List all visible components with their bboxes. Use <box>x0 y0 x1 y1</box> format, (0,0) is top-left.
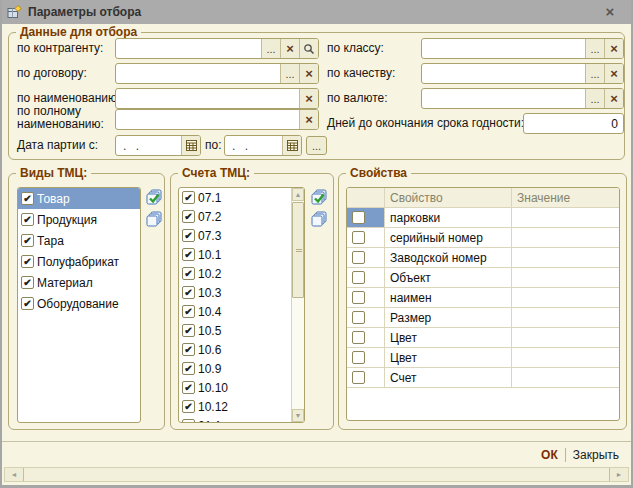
contractor-input[interactable] <box>116 39 261 58</box>
scroll-down-icon[interactable]: ▼ <box>292 409 304 422</box>
property-cell[interactable]: Размер <box>385 308 512 327</box>
calendar-button[interactable] <box>181 136 200 155</box>
check-all-button[interactable] <box>145 188 163 206</box>
full-name-input[interactable] <box>116 110 299 129</box>
close-button[interactable]: Закрыть <box>566 448 626 462</box>
checkbox[interactable] <box>352 371 365 384</box>
date-range-more-button[interactable]: ... <box>306 136 327 155</box>
clear-button[interactable]: × <box>299 89 318 108</box>
ok-button[interactable]: ОК <box>534 448 565 462</box>
properties-table[interactable]: Свойство Значение парковки серийный номе… <box>346 187 620 421</box>
checkbox-cell[interactable] <box>347 248 385 267</box>
value-cell[interactable] <box>512 368 619 387</box>
uncheck-all-button[interactable] <box>145 210 163 228</box>
value-cell[interactable] <box>512 268 619 287</box>
checkbox[interactable]: ✔ <box>182 362 195 375</box>
checkbox[interactable]: ✔ <box>21 276 34 289</box>
checkbox-cell[interactable] <box>347 268 385 287</box>
scroll-right-icon[interactable]: ► <box>609 468 628 481</box>
batch-date-to-field[interactable]: . . <box>224 135 302 156</box>
table-row[interactable]: Цвет <box>347 328 619 348</box>
checkbox[interactable]: ✔ <box>182 210 195 223</box>
clear-button[interactable]: × <box>299 110 318 129</box>
checkbox[interactable] <box>352 331 365 344</box>
quality-field[interactable]: ... × <box>421 63 624 84</box>
list-item[interactable]: ✔Тара <box>18 230 140 251</box>
property-cell[interactable]: Счет <box>385 368 512 387</box>
checkbox[interactable]: ✔ <box>182 191 195 204</box>
scroll-up-icon[interactable]: ▲ <box>292 188 304 201</box>
ellipsis-button[interactable]: ... <box>280 64 299 83</box>
list-item[interactable]: ✔10.3 <box>179 283 291 302</box>
class-input[interactable] <box>422 39 585 58</box>
clear-button[interactable]: × <box>604 39 623 58</box>
tmc-accounts-list[interactable]: ✔07.1 ✔07.2 ✔07.3 ✔10.1 ✔10.2 ✔10.3 ✔10.… <box>178 187 305 423</box>
batch-date-to-input[interactable]: . . <box>225 136 282 155</box>
checkbox[interactable]: ✔ <box>21 234 34 247</box>
checkbox-cell[interactable] <box>347 308 385 327</box>
property-cell[interactable]: Объект <box>385 268 512 287</box>
ellipsis-button[interactable]: ... <box>261 39 280 58</box>
table-row[interactable]: Размер <box>347 308 619 328</box>
checkbox[interactable]: ✔ <box>182 343 195 356</box>
currency-input[interactable] <box>422 89 585 108</box>
checkbox[interactable]: ✔ <box>21 192 34 205</box>
list-item[interactable]: ✔10.5 <box>179 321 291 340</box>
list-item[interactable]: ✔10.4 <box>179 302 291 321</box>
checkbox[interactable]: ✔ <box>182 267 195 280</box>
list-item[interactable]: ✔Материал <box>18 272 140 293</box>
checkbox-cell[interactable] <box>347 328 385 347</box>
batch-date-from-input[interactable]: . . <box>116 136 181 155</box>
property-cell[interactable]: Цвет <box>385 348 512 367</box>
tmc-kinds-list[interactable]: ✔Товар ✔Продукция ✔Тара ✔Полуфабрикат ✔М… <box>17 187 141 423</box>
ellipsis-button[interactable]: ... <box>585 39 604 58</box>
table-row[interactable]: наимен <box>347 288 619 308</box>
name-field[interactable]: × <box>115 88 319 109</box>
list-item[interactable]: ✔Полуфабрикат <box>18 251 140 272</box>
list-item[interactable]: ✔07.2 <box>179 207 291 226</box>
checkbox-cell[interactable] <box>347 348 385 367</box>
value-cell[interactable] <box>512 288 619 307</box>
class-field[interactable]: ... × <box>421 38 624 59</box>
checkbox[interactable]: ✔ <box>182 248 195 261</box>
checkbox[interactable]: ✔ <box>21 213 34 226</box>
contract-field[interactable]: ... × <box>115 63 319 84</box>
checkbox[interactable]: ✔ <box>21 297 34 310</box>
check-all-button[interactable] <box>310 188 328 206</box>
list-item[interactable]: ✔10.1 <box>179 245 291 264</box>
checkbox[interactable] <box>352 271 365 284</box>
list-item[interactable]: ✔21.1 <box>179 416 291 422</box>
name-input[interactable] <box>116 89 299 108</box>
checkbox-cell[interactable] <box>347 228 385 247</box>
table-row[interactable]: Цвет <box>347 348 619 368</box>
property-cell[interactable]: Заводской номер <box>385 248 512 267</box>
list-item[interactable]: ✔Товар <box>18 188 140 209</box>
checkbox[interactable] <box>352 311 365 324</box>
vertical-scrollbar[interactable]: ▲ ▼ <box>291 188 304 422</box>
contractor-field[interactable]: ... × <box>115 38 319 59</box>
expiry-days-input[interactable]: 0 <box>524 114 623 133</box>
list-item[interactable]: ✔10.6 <box>179 340 291 359</box>
scroll-left-icon[interactable]: ◄ <box>5 468 24 481</box>
checkbox[interactable] <box>352 251 365 264</box>
clear-button[interactable]: × <box>299 64 318 83</box>
checkbox-cell[interactable] <box>347 368 385 387</box>
checkbox[interactable] <box>352 231 365 244</box>
table-row[interactable]: серийный номер <box>347 228 619 248</box>
checkbox-cell[interactable] <box>347 288 385 307</box>
checkbox-cell[interactable] <box>347 208 385 227</box>
list-item[interactable]: ✔Продукция <box>18 209 140 230</box>
checkbox[interactable] <box>352 351 365 364</box>
table-row[interactable]: Заводской номер <box>347 248 619 268</box>
title-bar[interactable]: Параметры отбора <box>0 0 633 24</box>
value-cell[interactable] <box>512 208 619 227</box>
checkbox[interactable]: ✔ <box>182 229 195 242</box>
checkbox[interactable]: ✔ <box>182 381 195 394</box>
checkbox[interactable]: ✔ <box>182 286 195 299</box>
value-cell[interactable] <box>512 308 619 327</box>
clear-button[interactable]: × <box>604 89 623 108</box>
table-row[interactable]: Счет <box>347 368 619 388</box>
scrollbar-thumb[interactable] <box>292 202 304 298</box>
list-item[interactable]: ✔10.10 <box>179 378 291 397</box>
contract-input[interactable] <box>116 64 280 83</box>
